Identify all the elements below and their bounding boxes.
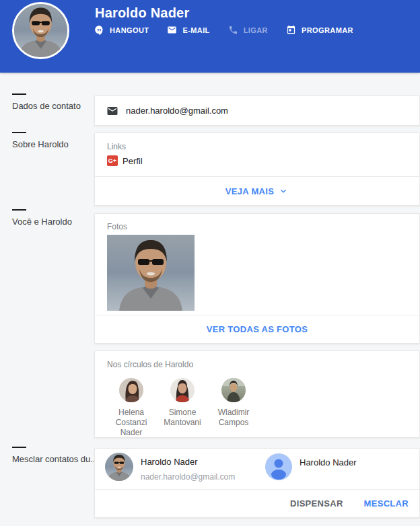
profile-header: Haroldo Nader HANGOUT E-MAIL LIGAR PROGR…	[0, 0, 420, 73]
envelope-icon	[106, 105, 118, 117]
person-name: Simone Mantovani	[157, 408, 208, 428]
person-silhouette-icon	[265, 453, 292, 480]
person-helena[interactable]: Helena Costanzi Nader	[106, 378, 157, 438]
section-label-you: Você e Haroldo	[12, 209, 72, 227]
avatar	[119, 378, 143, 402]
page-title: Haroldo Nader	[95, 5, 189, 21]
photo-thumbnail[interactable]	[107, 235, 195, 311]
hangout-icon	[94, 25, 104, 35]
person-name: Wladimir Campos	[208, 408, 259, 428]
person-name: Helena Costanzi Nader	[106, 408, 157, 438]
avatar-image	[221, 378, 246, 402]
see-all-photos-button[interactable]: VER TODAS AS FOTOS	[95, 315, 419, 343]
contact-email: nader.haroldo@gmail.com	[141, 472, 235, 482]
email-button[interactable]: E-MAIL	[167, 25, 209, 35]
merge-contact-1[interactable]: Haroldo Nader nader.haroldo@gmail.com	[105, 453, 235, 482]
avatar	[170, 378, 195, 402]
call-label: LIGAR	[244, 26, 268, 34]
contact-name: Haroldo Nader	[141, 457, 235, 467]
section-dash	[12, 93, 26, 95]
circles-people: Helena Costanzi Nader Simone Mantovani W…	[106, 378, 259, 438]
avatar	[105, 453, 133, 481]
merge-card: Haroldo Nader nader.haroldo@gmail.com Ha…	[94, 448, 420, 518]
chevron-down-icon	[278, 186, 289, 196]
photo-image	[107, 235, 195, 311]
schedule-button[interactable]: PROGRAMAR	[286, 25, 353, 35]
gplus-icon: G+	[107, 155, 118, 166]
section-dash	[12, 209, 26, 211]
contact-email[interactable]: nader.haroldo@gmail.com	[126, 106, 228, 116]
avatar-image	[119, 378, 143, 402]
section-label-about: Sobre Haroldo	[12, 132, 69, 149]
links-label: Links	[107, 142, 126, 151]
see-more-button[interactable]: VEJA MAIS	[95, 177, 419, 205]
email-label: E-MAIL	[182, 26, 209, 34]
section-dash	[12, 447, 26, 448]
photos-label: Fotos	[107, 222, 127, 231]
section-label-merge: Mesclar contatos du...	[12, 447, 98, 464]
phone-icon	[228, 25, 238, 35]
call-button: LIGAR	[228, 25, 268, 35]
header-actions: HANGOUT E-MAIL LIGAR PROGRAMAR	[94, 25, 372, 35]
avatar-image	[170, 378, 195, 402]
person-wladimir[interactable]: Wladimir Campos	[208, 378, 259, 438]
profile-avatar[interactable]	[12, 2, 69, 59]
merge-button[interactable]: MESCLAR	[364, 498, 409, 509]
merge-contact-2[interactable]: Haroldo Nader	[265, 453, 357, 480]
gplus-profile-link[interactable]: G+ Perfil	[107, 155, 143, 166]
avatar	[221, 378, 246, 402]
contact-profile-page: Haroldo Nader HANGOUT E-MAIL LIGAR PROGR…	[0, 0, 420, 526]
contact-name: Haroldo Nader	[300, 457, 357, 467]
link-label: Perfil	[123, 156, 143, 166]
photos-card: Fotos VER TODAS AS FOTOS	[94, 213, 420, 344]
section-label-contact: Dados de contato	[12, 93, 81, 111]
section-dash	[12, 132, 26, 133]
circles-title: Nos círculos de Haroldo	[107, 360, 193, 369]
default-avatar	[265, 453, 292, 480]
merge-actions: DISPENSAR MESCLAR	[290, 490, 409, 517]
person-simone[interactable]: Simone Mantovani	[157, 378, 208, 438]
hangout-label: HANGOUT	[110, 26, 149, 34]
schedule-label: PROGRAMAR	[302, 26, 353, 34]
contact-info-card: nader.haroldo@gmail.com	[94, 96, 420, 126]
about-card: Links G+ Perfil VEJA MAIS	[94, 133, 420, 206]
circles-card: Nos círculos de Haroldo Helena Costanzi …	[94, 350, 420, 438]
email-icon	[167, 25, 177, 35]
profile-photo	[14, 4, 67, 57]
dismiss-button[interactable]: DISPENSAR	[290, 498, 343, 509]
hangout-button[interactable]: HANGOUT	[94, 25, 149, 35]
calendar-icon	[286, 25, 296, 35]
avatar-image	[105, 453, 133, 481]
